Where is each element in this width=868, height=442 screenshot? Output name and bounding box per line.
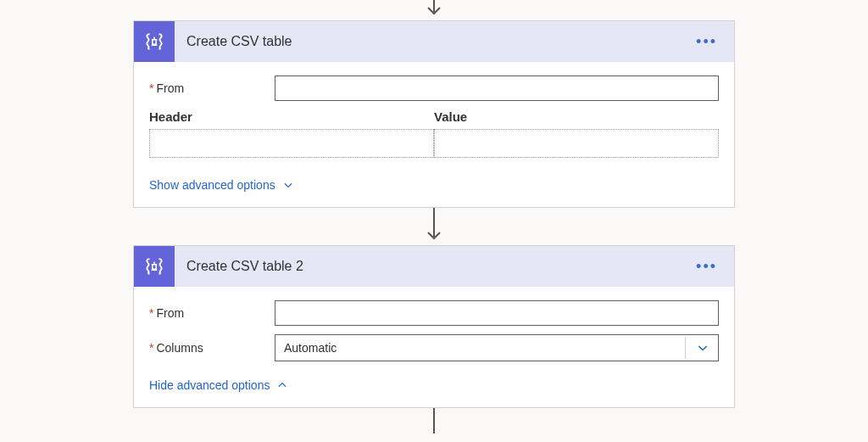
columns-mapping-table: Header Value: [149, 109, 719, 158]
required-indicator: *: [149, 306, 153, 320]
required-indicator: *: [149, 81, 153, 95]
card-header[interactable]: Create CSV table 2 •••: [134, 246, 734, 287]
from-input[interactable]: [275, 76, 719, 101]
columns-dropdown[interactable]: Automatic: [275, 334, 719, 361]
flow-connector-mid: [0, 208, 868, 245]
from-label: * From: [149, 81, 275, 95]
action-card-create-csv-table-2: Create CSV table 2 ••• * From * Columns …: [133, 245, 735, 408]
from-label: * From: [149, 306, 275, 320]
card-title: Create CSV table 2: [175, 259, 691, 274]
required-indicator: *: [149, 341, 153, 355]
columns-dropdown-value: Automatic: [284, 341, 337, 355]
from-input[interactable]: [275, 300, 719, 326]
data-operations-icon: [134, 21, 175, 62]
header-cell-input[interactable]: [149, 129, 434, 158]
card-title: Create CSV table: [175, 34, 691, 49]
columns-label: * Columns: [149, 341, 275, 355]
show-advanced-options-link[interactable]: Show advanced options: [149, 175, 294, 195]
flow-connector-top: [0, 0, 868, 20]
chevron-down-icon: [685, 337, 709, 359]
data-operations-icon: [134, 246, 175, 287]
card-menu-button[interactable]: •••: [691, 258, 722, 276]
value-column-label: Value: [434, 109, 719, 129]
value-cell-input[interactable]: [434, 129, 719, 158]
header-column-label: Header: [149, 109, 434, 129]
chevron-down-icon: [282, 179, 294, 191]
card-menu-button[interactable]: •••: [691, 33, 722, 51]
action-card-create-csv-table: Create CSV table ••• * From Header Value: [133, 20, 735, 208]
card-header[interactable]: Create CSV table •••: [134, 21, 734, 62]
flow-connector-bottom: [0, 408, 868, 434]
chevron-up-icon: [276, 379, 288, 391]
hide-advanced-options-link[interactable]: Hide advanced options: [149, 375, 288, 395]
